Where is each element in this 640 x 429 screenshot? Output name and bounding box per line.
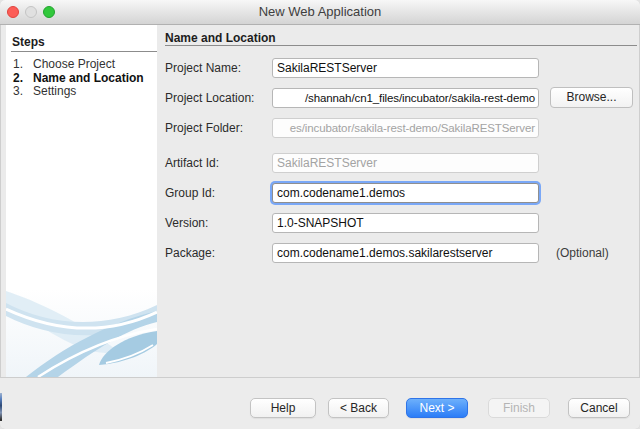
panel-heading: Name and Location xyxy=(165,31,276,45)
package-value: com.codename1.demos.sakilarestserver xyxy=(277,244,492,262)
new-web-application-dialog: New Web Application Steps 1. Choose Proj… xyxy=(0,0,640,429)
group-id-field[interactable]: com.codename1.demos xyxy=(272,183,539,203)
finish-button[interactable]: Finish xyxy=(488,398,550,418)
step-name-and-location: 2. Name and Location xyxy=(13,72,155,86)
panel-heading-rule xyxy=(165,45,637,46)
help-button[interactable]: Help xyxy=(250,398,316,418)
step-label: Choose Project xyxy=(33,58,115,72)
group-id-label: Group Id: xyxy=(165,183,269,203)
project-folder-field: es/incubator/sakila-rest-demo/SakilaREST… xyxy=(272,118,539,138)
next-button[interactable]: Next > xyxy=(406,398,468,418)
package-field[interactable]: com.codename1.demos.sakilarestserver xyxy=(272,243,539,263)
project-name-field[interactable]: SakilaRESTServer xyxy=(272,58,539,78)
project-location-label: Project Location: xyxy=(165,88,269,108)
artifact-id-field: SakilaRESTServer xyxy=(272,153,539,173)
footer-bar: Help < Back Next > Finish Cancel xyxy=(0,378,640,429)
step-number: 3. xyxy=(13,85,33,99)
step-choose-project: 1. Choose Project xyxy=(13,58,155,72)
package-optional-hint: (Optional) xyxy=(556,243,609,263)
steps-list: 1. Choose Project 2. Name and Location 3… xyxy=(13,58,155,99)
version-field[interactable]: 1.0-SNAPSHOT xyxy=(272,213,539,233)
step-settings: 3. Settings xyxy=(13,85,155,99)
swoosh-graphic xyxy=(6,289,157,377)
step-label: Settings xyxy=(33,85,76,99)
package-label: Package: xyxy=(165,243,269,263)
artifact-id-label: Artifact Id: xyxy=(165,153,269,173)
step-number: 2. xyxy=(13,72,33,86)
project-folder-label: Project Folder: xyxy=(165,118,269,138)
artifact-id-value: SakilaRESTServer xyxy=(277,154,377,172)
project-location-field[interactable]: /shannah/cn1_files/incubator/sakila-rest… xyxy=(272,88,539,108)
project-name-value: SakilaRESTServer xyxy=(277,59,377,77)
back-button[interactable]: < Back xyxy=(328,398,389,418)
steps-sidebar: Steps 1. Choose Project 2. Name and Loca… xyxy=(6,25,157,377)
project-location-value: /shannah/cn1_files/incubator/sakila-rest… xyxy=(305,89,535,107)
group-id-value: com.codename1.demos xyxy=(277,184,405,202)
steps-heading-rule xyxy=(11,51,157,52)
steps-heading: Steps xyxy=(12,35,45,49)
project-folder-value: es/incubator/sakila-rest-demo/SakilaREST… xyxy=(290,119,535,137)
step-label: Name and Location xyxy=(33,72,144,86)
background-window-edge-artifact xyxy=(0,393,2,421)
version-value: 1.0-SNAPSHOT xyxy=(277,214,364,232)
title-bar: New Web Application xyxy=(0,0,640,25)
cancel-button[interactable]: Cancel xyxy=(568,398,630,418)
step-number: 1. xyxy=(13,58,33,72)
version-label: Version: xyxy=(165,213,269,233)
browse-button[interactable]: Browse... xyxy=(550,87,633,108)
window-title: New Web Application xyxy=(0,0,640,25)
project-name-label: Project Name: xyxy=(165,58,269,78)
